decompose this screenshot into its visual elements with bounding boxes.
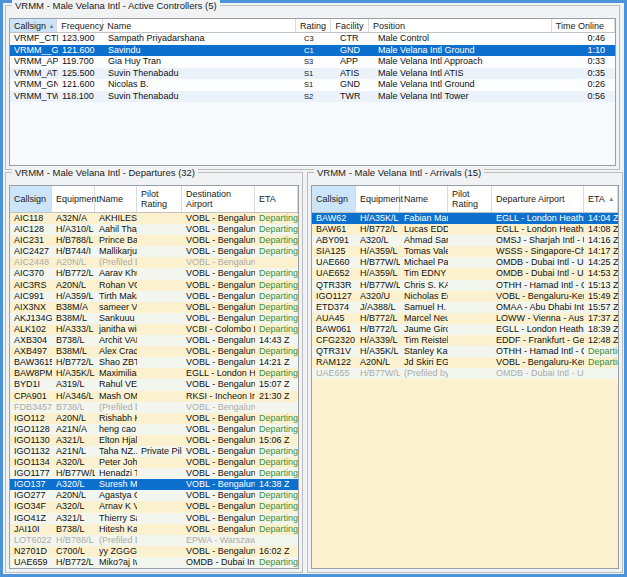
table-row-igo137[interactable]: IGO137A320/LSuresh Me...VOBL - Bengaluru… xyxy=(10,479,298,490)
cell-frequency: 119.700 xyxy=(58,56,104,68)
cell-name: Archit VABB xyxy=(95,335,137,346)
column-header-pilot-rating[interactable]: Pilot Rating xyxy=(448,186,492,212)
table-row-vrmm-twr[interactable]: VRMM_TWR118.100Suvin ThenabaduS2TWRMale … xyxy=(10,91,615,103)
departures-table-body[interactable]: AIC118A32N/AAKHILES...VOBL - Bengaluru-K… xyxy=(10,213,298,568)
column-header-destination-airport[interactable]: Destination Airport xyxy=(182,186,255,212)
table-row-aic128[interactable]: AIC128H/A310/LAahil Thaj...VOBL - Bengal… xyxy=(10,224,298,235)
column-header-eta[interactable]: ETA xyxy=(255,186,298,212)
cell-pilot-rating xyxy=(448,357,492,368)
table-row-etd374[interactable]: ETD374J/A388/LSamuel H. ...OMAA - Abu Dh… xyxy=(312,302,618,313)
cell-eta: Departing xyxy=(255,213,298,224)
column-header-name[interactable]: Name xyxy=(400,186,448,212)
table-row-igo112[interactable]: IGO112A20N/LRishabh K...VOBL - Bengaluru… xyxy=(10,413,298,424)
cell-equipment: H/A35K/L xyxy=(52,368,95,379)
table-row-igo1132[interactable]: IGO1132A21N/LTaha NZ...Private Pilo...VO… xyxy=(10,446,298,457)
table-row-igo41z[interactable]: IGO41ZA321/LThierry Sa...VOBL - Bengalur… xyxy=(10,513,298,524)
table-row-aic118[interactable]: AIC118A32N/AAKHILES...VOBL - Bengaluru-K… xyxy=(10,213,298,224)
column-header-rating[interactable]: Rating xyxy=(296,19,332,32)
column-header-callsign[interactable]: Callsign xyxy=(10,186,52,212)
table-row-fdb3457[interactable]: FDB3457B738/L(Prefiled by...VOBL - Benga… xyxy=(10,402,298,413)
table-row-vrmm-atis[interactable]: VRMM_ATIS125.500Suvin ThenabaduS1ATISMal… xyxy=(10,68,615,80)
cell-pilot-rating xyxy=(448,280,492,291)
table-row-baw61[interactable]: BAW61H/B772/LLucas EDDFEGLL - London Hea… xyxy=(312,224,618,235)
table-row-akj134g[interactable]: AKJ134GB38M/LSankuuu ...VOBL - Bengaluru… xyxy=(10,313,298,324)
column-header-callsign[interactable]: Callsign▴ xyxy=(10,19,57,32)
column-header-eta[interactable]: ETA▴ xyxy=(584,186,618,212)
table-row-aic3rs[interactable]: AIC3RSA20N/LRohan VO...VOBL - Bengaluru-… xyxy=(10,280,298,291)
cell-facility: ATIS xyxy=(336,68,374,80)
table-row-igo1177[interactable]: IGO1177H/B77W/LHenadzi T...VOBL - Bengal… xyxy=(10,468,298,479)
table-row-alk102[interactable]: ALK102H/A333/Ljanitha wic...VCBI - Colom… xyxy=(10,324,298,335)
cell-pilot-rating xyxy=(137,379,182,390)
table-row-baw061[interactable]: BAW061H/B772/LJaume Giro ...EGLL - Londo… xyxy=(312,324,618,335)
table-row-uae660[interactable]: UAE660H/B77W/LMichael Pan...OMDB - Dubai… xyxy=(312,257,618,268)
table-row-vrmm-gnd[interactable]: VRMM__GND121.600SavinduC1GNDMale Velana … xyxy=(10,45,615,57)
cell-equipment: B738/L xyxy=(52,335,95,346)
table-row-vrmf-ctr[interactable]: VRMF_CTR123.900Sampath PriyadarshanaC3CT… xyxy=(10,33,615,45)
column-header-equipment[interactable]: Equipment xyxy=(52,186,95,212)
cell-eta: Departing xyxy=(255,424,298,435)
table-row-igo34f[interactable]: IGO34FA320/LArnav K V...VOBL - Bengaluru… xyxy=(10,501,298,512)
table-row-igo1127[interactable]: IGO1127A320/UNicholas Ed...VOBL - Bengal… xyxy=(312,291,618,302)
column-header-equipment[interactable]: Equipment xyxy=(356,186,400,212)
table-row-cfg2320[interactable]: CFG2320H/A339/LTim Reistel ...EDDF - Fra… xyxy=(312,335,618,346)
table-row-qtr33r[interactable]: QTR33RH/B77W/LChris S. KATSOTHH - Hamad … xyxy=(312,280,618,291)
table-row-aic991[interactable]: AIC991H/A359/LTirth Maka...VOBL - Bengal… xyxy=(10,291,298,302)
cell-position: Male Velana Intl Ground xyxy=(374,45,560,57)
table-row-n2701d[interactable]: N2701DC700/Lyy ZGGGVOBL - Bengaluru-K...… xyxy=(10,546,298,557)
table-row-aic370[interactable]: AIC370H/B772/LAarav Khu...VOBL - Bengalu… xyxy=(10,268,298,279)
cell-name: Lucas EDDF xyxy=(400,224,448,235)
cell-callsign: BAW62 xyxy=(312,213,356,224)
column-header-facility[interactable]: Facility xyxy=(331,19,368,32)
column-header-callsign[interactable]: Callsign xyxy=(312,186,356,212)
cell-destination-airport: VOBL - Bengaluru-K... xyxy=(182,424,255,435)
cell-callsign: AIC2427 xyxy=(10,246,52,257)
table-row-byd1i[interactable]: BYD1IA319/LRahul VECCVOBL - Bengaluru-K.… xyxy=(10,379,298,390)
table-row-igo1134[interactable]: IGO1134A320/LPeter John...VOBL - Bengalu… xyxy=(10,457,298,468)
table-row-aix3nx[interactable]: AIX3NXB38M/Asameer VO...VOBL - Bengaluru… xyxy=(10,302,298,313)
table-row-aby091[interactable]: ABY091A320/LAhmad Sami...OMSJ - Sharjah … xyxy=(312,235,618,246)
table-row-axb304[interactable]: AXB304B738/LArchit VABBVOBL - Bengaluru-… xyxy=(10,335,298,346)
table-row-aic2448[interactable]: AIC2448A20N/L(Prefiled by...VOBL - Benga… xyxy=(10,257,298,268)
table-row-ram122[interactable]: RAM122A20N/LJd Skiri EGGLVOBL - Bengalur… xyxy=(312,357,618,368)
table-row-uae659[interactable]: UAE659H/B772/LMiko?aj Iw...OMDB - Dubai … xyxy=(10,557,298,568)
column-header-pilot-rating[interactable]: Pilot Rating xyxy=(137,186,182,212)
table-row-vrmm-gnd[interactable]: VRMM_GND121.600Nicolas B.S1GNDMale Velan… xyxy=(10,79,615,91)
table-row-baw8pm[interactable]: BAW8PMH/A35K/LMaximilian ...EGLL - Londo… xyxy=(10,368,298,379)
cell-equipment: H/B772/L xyxy=(356,324,400,335)
column-header-label: Equipment xyxy=(56,194,99,204)
table-row-vrmm-app[interactable]: VRMM_APP119.700Gia Huy TranS3APPMale Vel… xyxy=(10,56,615,68)
cell-rating: S1 xyxy=(300,68,336,80)
table-row-jai10i[interactable]: JAI10IB738/LHitesh Kad...VOBL - Bengalur… xyxy=(10,524,298,535)
table-row-baw62[interactable]: BAW62H/A35K/LFabian Mark...EGLL - London… xyxy=(312,213,618,224)
column-header-time-online[interactable]: Time Online xyxy=(552,19,615,32)
table-row-baw3615[interactable]: BAW3615H/B772/LShao ZBTJVOBL - Bengaluru… xyxy=(10,357,298,368)
cell-name: Marcel Neu... xyxy=(400,313,448,324)
cell-pilot-rating xyxy=(137,213,182,224)
table-row-qtr31v[interactable]: QTR31VH/A35K/LStanley Kaf...OTHH - Hamad… xyxy=(312,346,618,357)
controllers-table-body[interactable]: VRMF_CTR123.900Sampath PriyadarshanaC3CT… xyxy=(10,33,615,165)
cell-name: Michael Pan... xyxy=(400,257,448,268)
table-row-lot6022[interactable]: LOT6022H/B788/L(Prefiled by...EPWA - War… xyxy=(10,535,298,546)
table-row-uae655[interactable]: UAE655H/B77W/L(Prefiled by ...OMDB - Dub… xyxy=(312,368,618,379)
table-row-aic2427[interactable]: AIC2427H/B744/IMallikarjun...VOBL - Beng… xyxy=(10,246,298,257)
table-row-igo1128[interactable]: IGO1128A21N/Aheng cao ...VOBL - Bengalur… xyxy=(10,424,298,435)
table-row-aua45[interactable]: AUA45H/B772/LMarcel Neu...LOWW - Vienna … xyxy=(312,313,618,324)
cell-destination-airport: EPWA - Warszawa-... xyxy=(182,535,255,546)
cell-departure-airport: OMAA - Abu Dhabi Intl... xyxy=(492,302,584,313)
table-row-sia125[interactable]: SIA125H/A359/LTomas Vale...WSSS - Singap… xyxy=(312,246,618,257)
column-header-departure-airport[interactable]: Departure Airport xyxy=(492,186,584,212)
arrivals-table-body[interactable]: BAW62H/A35K/LFabian Mark...EGLL - London… xyxy=(312,213,618,568)
column-header-name[interactable]: Name xyxy=(103,19,296,32)
cell-departure-airport: VOBL - Bengaluru-Kem... xyxy=(492,291,584,302)
column-header-position[interactable]: Position xyxy=(369,19,552,32)
table-row-uae652[interactable]: UAE652H/A359/LTim EDNYOMDB - Dubai Intl … xyxy=(312,268,618,279)
column-header-frequency[interactable]: Frequency xyxy=(57,19,103,32)
table-row-aic231[interactable]: AIC231H/B788/LPrince Bav...VOBL - Bengal… xyxy=(10,235,298,246)
table-row-igo277[interactable]: IGO277A20N/LAgastya C ...VOBL - Bengalur… xyxy=(10,490,298,501)
cell-equipment: A20N/L xyxy=(52,413,95,424)
table-row-cpa901[interactable]: CPA901H/A346/LMash OM...RKSI - Incheon I… xyxy=(10,391,298,402)
table-row-axb497[interactable]: AXB497B38M/LAlex Cradd...VOBL - Bengalur… xyxy=(10,346,298,357)
table-row-igo1130[interactable]: IGO1130A321/LElton Hjal...VOBL - Bengalu… xyxy=(10,435,298,446)
column-header-name[interactable]: Name xyxy=(95,186,137,212)
